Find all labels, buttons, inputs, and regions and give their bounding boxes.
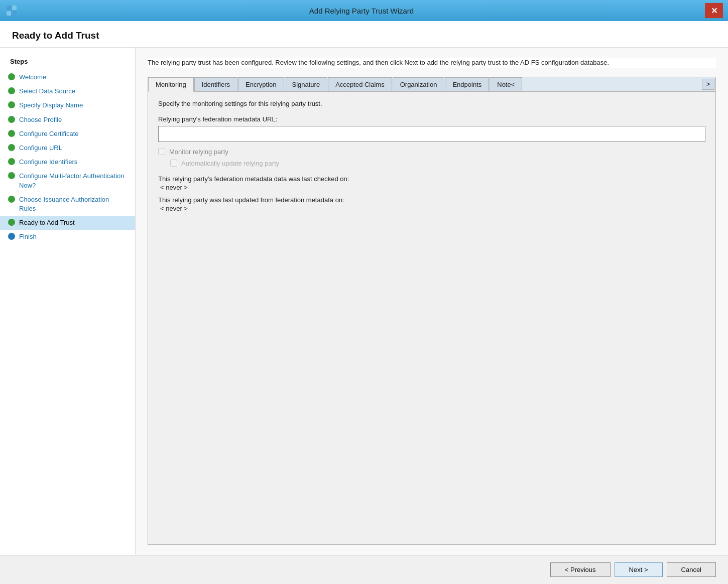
step-label-configure-url: Configure URL bbox=[19, 143, 62, 153]
wizard-footer: < Previous Next > Cancel bbox=[0, 555, 728, 584]
step-label-choose-profile: Choose Profile bbox=[19, 115, 62, 124]
last-updated-value: < never > bbox=[158, 205, 188, 212]
step-configure-certificate[interactable]: Configure Certificate bbox=[0, 127, 135, 141]
next-button[interactable]: Next > bbox=[615, 562, 663, 577]
tab-bar: Monitoring Identifiers Encryption Signat… bbox=[148, 77, 715, 92]
wizard-header: Ready to Add Trust bbox=[0, 21, 728, 48]
auto-update-checkbox-row: Automatically update relying party bbox=[158, 160, 705, 167]
step-dot-finish bbox=[8, 233, 15, 240]
svg-rect-1 bbox=[12, 6, 17, 10]
step-dot-specify-display-name bbox=[8, 101, 15, 108]
step-dot-select-data-source bbox=[8, 87, 15, 94]
step-ready-to-add[interactable]: Ready to Add Trust bbox=[0, 216, 135, 230]
last-checked-row: This relying party's federation metadata… bbox=[158, 175, 705, 191]
close-button[interactable]: ✕ bbox=[705, 3, 723, 18]
tab-notes[interactable]: Note< bbox=[490, 77, 522, 91]
info-section: This relying party's federation metadata… bbox=[158, 175, 705, 212]
step-label-specify-display-name: Specify Display Name bbox=[19, 101, 83, 110]
steps-title: Steps bbox=[0, 56, 135, 70]
step-dot-configure-multifactor bbox=[8, 172, 15, 179]
step-dot-choose-issuance bbox=[8, 196, 15, 203]
app-icon bbox=[5, 4, 18, 17]
step-welcome[interactable]: Welcome bbox=[0, 70, 135, 84]
tab-container: Monitoring Identifiers Encryption Signat… bbox=[148, 77, 716, 545]
step-label-finish: Finish bbox=[19, 232, 37, 241]
last-checked-value: < never > bbox=[158, 184, 188, 191]
previous-button[interactable]: < Previous bbox=[550, 562, 611, 577]
step-label-configure-multifactor: Configure Multi-factor Authentication No… bbox=[19, 172, 127, 190]
tab-nav-next-button[interactable]: > bbox=[702, 79, 714, 90]
step-choose-issuance[interactable]: Choose Issuance Authorization Rules bbox=[0, 193, 135, 216]
step-select-data-source[interactable]: Select Data Source bbox=[0, 84, 135, 98]
auto-update-checkbox-label: Automatically update relying party bbox=[181, 160, 279, 167]
tab-encryption[interactable]: Encryption bbox=[238, 77, 284, 91]
tab-signature[interactable]: Signature bbox=[285, 77, 328, 91]
tab-accepted-claims[interactable]: Accepted Claims bbox=[328, 77, 392, 91]
wizard-body: Steps Welcome Select Data Source Specify… bbox=[0, 48, 728, 555]
step-specify-display-name[interactable]: Specify Display Name bbox=[0, 98, 135, 112]
monitor-checkbox[interactable] bbox=[158, 148, 165, 155]
svg-rect-0 bbox=[7, 6, 12, 11]
step-dot-ready-to-add bbox=[8, 219, 15, 226]
tab-monitoring[interactable]: Monitoring bbox=[148, 77, 194, 92]
svg-rect-3 bbox=[12, 11, 17, 16]
step-configure-identifiers[interactable]: Configure Identifiers bbox=[0, 155, 135, 169]
metadata-url-label: Relying party's federation metadata URL: bbox=[158, 115, 705, 123]
auto-update-checkbox[interactable] bbox=[170, 160, 177, 167]
monitor-checkbox-label: Monitor relying party bbox=[169, 148, 228, 156]
step-configure-multifactor[interactable]: Configure Multi-factor Authentication No… bbox=[0, 169, 135, 192]
main-description: The relying party trust has been configu… bbox=[148, 58, 716, 68]
step-dot-welcome bbox=[8, 73, 15, 80]
last-updated-label: This relying party was last updated from… bbox=[158, 196, 705, 204]
tab-endpoints[interactable]: Endpoints bbox=[445, 77, 489, 91]
step-dot-choose-profile bbox=[8, 116, 15, 123]
step-label-select-data-source: Select Data Source bbox=[19, 87, 75, 96]
metadata-url-group: Relying party's federation metadata URL: bbox=[158, 115, 705, 142]
last-checked-label: This relying party's federation metadata… bbox=[158, 175, 705, 183]
main-content: The relying party trust has been configu… bbox=[136, 48, 728, 555]
metadata-url-input[interactable] bbox=[158, 126, 705, 142]
step-finish[interactable]: Finish bbox=[0, 230, 135, 244]
tab-organization[interactable]: Organization bbox=[393, 77, 445, 91]
step-label-welcome: Welcome bbox=[19, 73, 46, 82]
title-bar: Add Relying Party Trust Wizard ✕ bbox=[0, 0, 728, 21]
monitoring-description: Specify the monitoring settings for this… bbox=[158, 100, 705, 107]
steps-panel: Steps Welcome Select Data Source Specify… bbox=[0, 48, 136, 555]
step-configure-url[interactable]: Configure URL bbox=[0, 141, 135, 155]
monitor-checkbox-row: Monitor relying party bbox=[158, 148, 705, 156]
step-dot-configure-url bbox=[8, 144, 15, 151]
step-dot-configure-certificate bbox=[8, 130, 15, 137]
step-label-ready-to-add: Ready to Add Trust bbox=[19, 218, 75, 227]
step-label-choose-issuance: Choose Issuance Authorization Rules bbox=[19, 195, 127, 213]
cancel-button[interactable]: Cancel bbox=[667, 562, 716, 577]
svg-rect-2 bbox=[7, 11, 11, 16]
last-updated-row: This relying party was last updated from… bbox=[158, 196, 705, 212]
step-label-configure-certificate: Configure Certificate bbox=[19, 129, 79, 138]
tab-content-monitoring: Specify the monitoring settings for this… bbox=[148, 92, 715, 343]
wizard-title: Ready to Add Trust bbox=[12, 30, 716, 41]
step-dot-configure-identifiers bbox=[8, 158, 15, 165]
wizard-container: Ready to Add Trust Steps Welcome Select … bbox=[0, 21, 728, 584]
step-label-configure-identifiers: Configure Identifiers bbox=[19, 158, 77, 167]
tab-identifiers[interactable]: Identifiers bbox=[194, 77, 237, 91]
window-title: Add Relying Party Trust Wizard bbox=[18, 7, 705, 15]
step-choose-profile[interactable]: Choose Profile bbox=[0, 113, 135, 127]
